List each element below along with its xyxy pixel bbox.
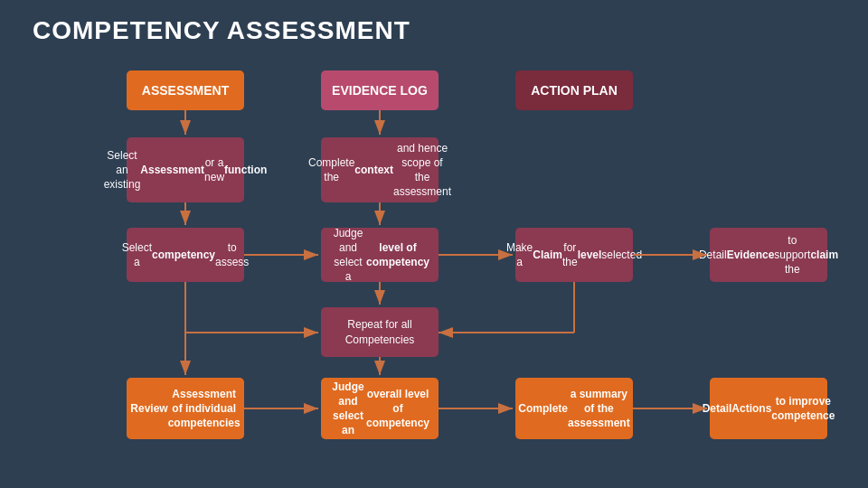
assessment-button[interactable]: ASSESSMENT [127, 70, 244, 110]
page-title: COMPETENCY ASSESSMENT [33, 16, 410, 45]
evidence-log-button[interactable]: EVIDENCE LOG [321, 70, 439, 110]
detail-actions-box: Detail Actions to improve competence [710, 378, 827, 439]
repeat-competencies-box: Repeat for all Competencies [321, 307, 439, 357]
action-plan-button[interactable]: ACTION PLAN [515, 70, 633, 110]
select-competency-box: Select a competency to assess [127, 228, 244, 282]
complete-context-box: Complete the context and hence scope of … [321, 137, 439, 202]
judge-level-box: Judge and select a level of competency [321, 228, 439, 282]
select-assessment-box: Select an existing Assessment or a new f… [127, 137, 244, 202]
review-assessment-box: Review Assessment of individual competen… [127, 378, 244, 439]
detail-evidence-box: Detail Evidence to support the claim [710, 228, 827, 282]
make-claim-box: Make a Claim for the level selected [515, 228, 633, 282]
judge-overall-box: Judge and select an overall level of com… [321, 378, 439, 439]
complete-summary-box: Complete a summary of the assessment [515, 378, 633, 439]
